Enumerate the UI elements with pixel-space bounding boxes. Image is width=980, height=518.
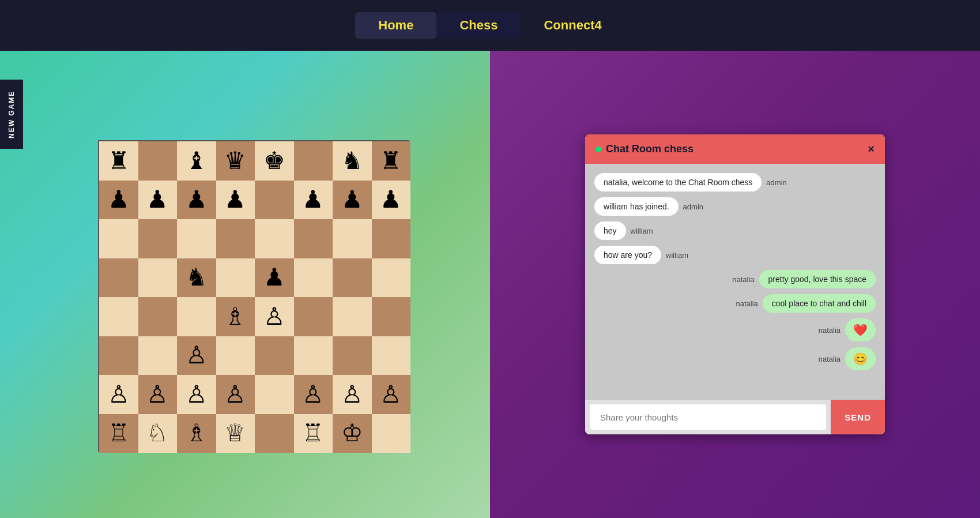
close-button[interactable]: ×: [868, 142, 875, 156]
message-row-6: natalia❤️: [594, 318, 876, 341]
chess-piece: ♗: [224, 305, 246, 329]
message-bubble: ❤️: [845, 318, 876, 341]
board-cell-0-6[interactable]: ♞: [333, 141, 372, 181]
chess-piece: ♙: [263, 305, 285, 329]
chess-piece: ♙: [302, 382, 324, 407]
board-cell-7-5[interactable]: ♖: [294, 414, 333, 453]
board-cell-3-1[interactable]: [138, 258, 178, 298]
board-cell-3-6[interactable]: [333, 258, 372, 298]
board-cell-3-5[interactable]: [294, 258, 333, 298]
board-cell-1-7[interactable]: ♟: [372, 181, 411, 220]
main: NEW GAME ♜♝♛♚♞♜♟♟♟♟♟♟♟♞♟♗♙♙♙♙♙♙♙♙♙♖♘♗♕♖♔…: [0, 51, 980, 518]
board-cell-5-5[interactable]: [294, 336, 333, 376]
board-cell-2-5[interactable]: [294, 219, 333, 258]
chess-piece: ♙: [341, 382, 363, 407]
chat-input[interactable]: [590, 404, 826, 430]
chat-header-left: Chat Room chess: [595, 143, 693, 155]
chess-piece: ♜: [380, 149, 402, 173]
board-cell-4-4[interactable]: ♙: [255, 297, 294, 336]
board-cell-7-7[interactable]: [372, 414, 411, 453]
board-cell-7-1[interactable]: ♘: [138, 414, 178, 453]
message-bubble: hey: [594, 222, 626, 240]
board-cell-0-1[interactable]: [138, 141, 178, 181]
send-button[interactable]: SEND: [831, 400, 885, 434]
board-cell-6-2[interactable]: ♙: [177, 375, 216, 414]
board-cell-1-5[interactable]: ♟: [294, 181, 333, 220]
board-cell-1-1[interactable]: ♟: [138, 181, 178, 220]
message-row-2: heywilliam: [594, 222, 876, 240]
board-cell-5-2[interactable]: ♙: [177, 336, 216, 376]
board-cell-4-0[interactable]: [99, 297, 138, 336]
board-cell-1-2[interactable]: ♟: [177, 181, 216, 220]
board-cell-7-0[interactable]: ♖: [99, 414, 138, 453]
board-cell-4-7[interactable]: [372, 297, 411, 336]
chess-piece: ♞: [341, 149, 363, 173]
chess-piece: ♟: [380, 187, 402, 212]
board-cell-2-3[interactable]: [216, 219, 255, 258]
board-cell-7-3[interactable]: ♕: [216, 414, 255, 453]
board-cell-1-4[interactable]: [255, 181, 294, 220]
board-cell-5-6[interactable]: [333, 336, 372, 376]
chess-piece: ♜: [108, 149, 130, 173]
board-cell-5-7[interactable]: [372, 336, 411, 376]
chess-piece: ♙: [186, 382, 208, 407]
board-cell-5-0[interactable]: [99, 336, 138, 376]
board-cell-6-3[interactable]: ♙: [216, 375, 255, 414]
board-cell-0-0[interactable]: ♜: [99, 141, 138, 181]
board-cell-0-3[interactable]: ♛: [216, 141, 255, 181]
message-row-1: william has joined.admin: [594, 197, 876, 216]
board-cell-0-4[interactable]: ♚: [255, 141, 294, 181]
board-cell-6-7[interactable]: ♙: [372, 375, 411, 414]
board-cell-2-6[interactable]: [333, 219, 372, 258]
chat-title: Chat Room chess: [606, 143, 693, 155]
board-cell-3-7[interactable]: [372, 258, 411, 298]
board-cell-0-7[interactable]: ♜: [372, 141, 411, 181]
board-cell-2-4[interactable]: [255, 219, 294, 258]
board-cell-4-1[interactable]: [138, 297, 178, 336]
message-bubble: 😊: [845, 347, 876, 370]
board-cell-5-4[interactable]: [255, 336, 294, 376]
board-cell-2-7[interactable]: [372, 219, 411, 258]
chess-piece: ♙: [380, 382, 402, 407]
board-cell-4-2[interactable]: [177, 297, 216, 336]
board-cell-6-0[interactable]: ♙: [99, 375, 138, 414]
board-cell-7-6[interactable]: ♔: [333, 414, 372, 453]
board-cell-3-4[interactable]: ♟: [255, 258, 294, 298]
board-cell-1-6[interactable]: ♟: [333, 181, 372, 220]
board-cell-1-0[interactable]: ♟: [99, 181, 138, 220]
chess-piece: ♞: [186, 265, 208, 290]
new-game-button[interactable]: NEW GAME: [0, 80, 23, 149]
board-cell-3-0[interactable]: [99, 258, 138, 298]
board-cell-6-6[interactable]: ♙: [333, 375, 372, 414]
board-cell-2-1[interactable]: [138, 219, 178, 258]
board-cell-4-6[interactable]: [333, 297, 372, 336]
message-sender: admin: [766, 178, 786, 187]
chess-piece: ♗: [186, 421, 208, 445]
board-cell-5-3[interactable]: [216, 336, 255, 376]
message-row-0: natalia, welcome to the Chat Room chessa…: [594, 173, 876, 192]
message-bubble: pretty good, love this space: [759, 270, 876, 288]
board-cell-6-4[interactable]: [255, 375, 294, 414]
board-cell-3-3[interactable]: [216, 258, 255, 298]
board-cell-7-4[interactable]: [255, 414, 294, 453]
nav-connect4[interactable]: Connect4: [521, 12, 624, 39]
message-row-7: natalia😊: [594, 347, 876, 370]
board-cell-6-5[interactable]: ♙: [294, 375, 333, 414]
board-cell-5-1[interactable]: [138, 336, 178, 376]
board-cell-6-1[interactable]: ♙: [138, 375, 178, 414]
board-cell-4-3[interactable]: ♗: [216, 297, 255, 336]
chess-piece: ♙: [186, 343, 208, 367]
chat-input-area: SEND: [585, 400, 885, 434]
board-cell-7-2[interactable]: ♗: [177, 414, 216, 453]
board-cell-2-2[interactable]: [177, 219, 216, 258]
nav-home[interactable]: Home: [355, 12, 436, 39]
board-cell-1-3[interactable]: ♟: [216, 181, 255, 220]
board-cell-0-5[interactable]: [294, 141, 333, 181]
chess-piece: ♙: [108, 382, 130, 407]
nav-chess[interactable]: Chess: [436, 12, 521, 39]
board-cell-0-2[interactable]: ♝: [177, 141, 216, 181]
board-cell-2-0[interactable]: [99, 219, 138, 258]
board-cell-4-5[interactable]: [294, 297, 333, 336]
board-cell-3-2[interactable]: ♞: [177, 258, 216, 298]
message-sender: william: [631, 227, 653, 235]
